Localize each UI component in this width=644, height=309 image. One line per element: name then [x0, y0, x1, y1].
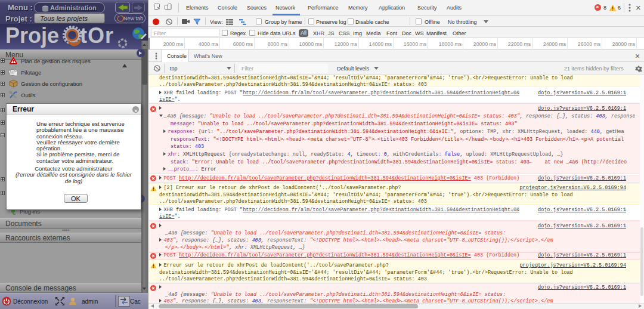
svg-text:?: ? — [121, 41, 125, 47]
